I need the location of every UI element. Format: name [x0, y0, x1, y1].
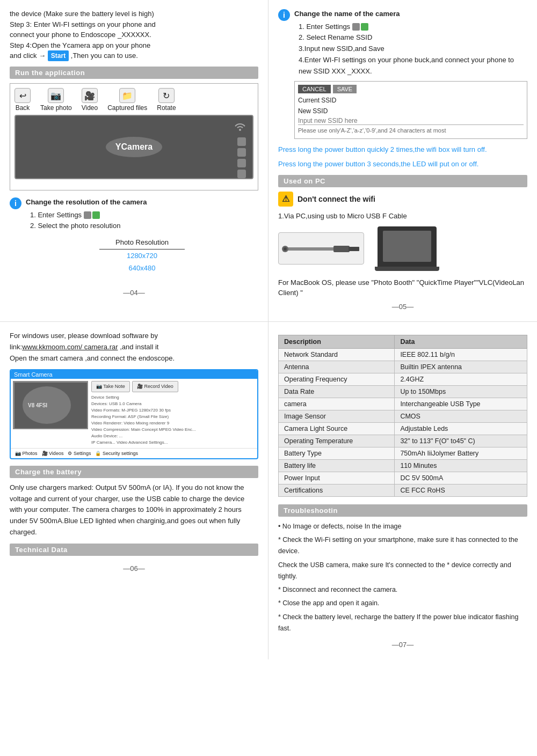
- and-click-text: and click →: [10, 52, 48, 60]
- warning-text: Don't connect the wifi: [297, 195, 375, 203]
- control-btn-1[interactable]: [237, 137, 246, 146]
- resolution-640: 640x480: [99, 262, 185, 275]
- sc-settings-text: Device Setting Devices: USB 1.0 Camera V…: [91, 394, 255, 446]
- windows-line2: link:www.kkmoom.com/ camera.rar ,and ins…: [10, 343, 158, 351]
- download-link[interactable]: www.kkmoom.com/ camera.rar: [22, 343, 118, 351]
- svg-point-4: [284, 247, 287, 251]
- table-cell-data: DC 5V 500mA: [395, 472, 527, 484]
- intro-line4: Step 4:Open the Ycamera app on your phon…: [10, 41, 150, 49]
- settings-sq-green2: [361, 23, 368, 31]
- table-cell-description: Power Input: [279, 472, 395, 484]
- svg-rect-0: [282, 247, 336, 251]
- intro-line6: ,Then you can to use.: [71, 52, 138, 60]
- take-note-btn[interactable]: 📷 Take Note: [91, 381, 130, 392]
- back-icon: ↩: [14, 88, 31, 103]
- ssid-hint: Please use only'A-Z','a-z','0-9',and 24 …: [298, 126, 524, 135]
- new-ssid-input[interactable]: [298, 117, 524, 125]
- table-cell-data: CE FCC RoHS: [395, 484, 527, 496]
- camera-icon: 📷: [48, 88, 64, 103]
- bottom-row: For windows user, please download softwa…: [0, 321, 537, 659]
- name-step1: 1. Enter Settings: [299, 21, 527, 33]
- toolbar-back[interactable]: ↩ Back: [14, 88, 31, 112]
- used-on-pc-header: Used on PC: [278, 175, 527, 187]
- settings-sq-gray: [84, 211, 91, 219]
- take-photo-label: Take photo: [40, 104, 72, 112]
- table-cell-description: camera: [279, 398, 395, 410]
- table-row: AntennaBuiltin IPEX antenna: [279, 361, 527, 373]
- table-row: Battery life110 Minutes: [279, 459, 527, 472]
- change-name-block: i Change the name of the camera 1. Enter…: [278, 9, 527, 139]
- control-btn-2[interactable]: [237, 148, 246, 157]
- back-label: Back: [16, 104, 30, 112]
- usb-step1: 1.Via PC,using usb to Micro USB F Cable: [278, 212, 527, 220]
- intro-line3: connect your phone to Endoscope _XXXXXX.: [10, 31, 151, 39]
- table-cell-description: Data Rate: [279, 385, 395, 398]
- page-05: i Change the name of the camera 1. Enter…: [268, 0, 537, 321]
- toolbar-video[interactable]: 🎥 Video: [82, 88, 98, 112]
- video-label: Video: [82, 104, 98, 112]
- top-row: the device (Make sure the battery level …: [0, 0, 537, 321]
- change-resolution-block: i Change the resolution of the camera 1.…: [10, 197, 258, 279]
- troubleshoot-item: Check the USB camera, make sure It's con…: [278, 560, 527, 583]
- table-cell-description: Antenna: [279, 361, 395, 373]
- page-06: For windows user, please download softwa…: [0, 322, 268, 659]
- resolution-title: Change the resolution of the camera: [26, 197, 258, 208]
- toolbar-take-photo[interactable]: 📷 Take photo: [40, 88, 72, 112]
- ssid-input-row: [298, 117, 524, 125]
- svg-rect-1: [333, 246, 350, 252]
- start-button[interactable]: Start: [48, 50, 69, 61]
- sc-tab-settings[interactable]: ⚙ Settings: [68, 451, 91, 456]
- name-content: Change the name of the camera 1. Enter S…: [294, 9, 527, 139]
- table-cell-data: Up to 150Mbps: [395, 385, 527, 398]
- change-name-title: Change the name of the camera: [294, 9, 527, 19]
- charge-battery-header: Charge the battery: [10, 466, 258, 478]
- page-num-05: —05—: [278, 298, 527, 313]
- record-video-btn[interactable]: 🎥 Record Video: [132, 381, 178, 392]
- sc-body: V8 4FSI 📷 Take Note 🎥 Record Video Devic…: [11, 379, 257, 447]
- cancel-button[interactable]: CANCEL: [298, 85, 331, 93]
- intro-line2: Step 3: Enter WI-FI settings on your pho…: [10, 20, 156, 28]
- settings-icon-2: [352, 23, 368, 31]
- warning-triangle-icon: ⚠: [278, 192, 293, 207]
- control-btn-4[interactable]: [237, 170, 246, 178]
- troubleshoot-header: Troubleshootin: [278, 504, 527, 517]
- troubleshoot-item: * Check the Wi-Fi setting on your smartp…: [278, 534, 527, 557]
- run-app-header: Run the application: [10, 67, 258, 79]
- table-cell-description: Network Standard: [279, 348, 395, 361]
- windows-line3: Open the smart camera ,and connect the e…: [10, 354, 175, 362]
- page-04: the device (Make sure the battery level …: [0, 0, 268, 321]
- resolution-content: Change the resolution of the camera 1. E…: [26, 197, 258, 279]
- table-cell-description: Image Sensor: [279, 410, 395, 422]
- table-header-data: Data: [395, 335, 527, 348]
- technical-data-header: Technical Data: [10, 544, 258, 556]
- svg-rect-8: [14, 383, 87, 428]
- svg-rect-2: [349, 247, 359, 251]
- table-row: Network StandardIEEE 802.11 b/g/n: [279, 348, 527, 361]
- page: the device (Make sure the battery level …: [0, 0, 537, 659]
- save-button[interactable]: SAVE: [333, 85, 357, 93]
- macbook-note: For MacBook OS, please use "Photo Booth"…: [278, 277, 527, 298]
- ycamera-branding: YCamera: [106, 137, 162, 157]
- table-row: cameraInterchangeable USB Type: [279, 398, 527, 410]
- smart-camera-screen: Smart Camera V8 4FSI 📷 Take Note: [10, 369, 258, 459]
- table-cell-data: 750mAh IiiJolymer Battery: [395, 447, 527, 459]
- toolbar-rotate[interactable]: ↻ Rotate: [157, 88, 176, 112]
- troubleshoot-item: * Close the app and open it again.: [278, 598, 527, 609]
- table-cell-data: Builtin IPEX antenna: [395, 361, 527, 373]
- sc-tab-photos[interactable]: 📷 Photos: [15, 451, 38, 456]
- new-ssid-label: New SSID: [298, 106, 346, 116]
- table-row: Image SensorCMOS: [279, 410, 527, 422]
- settings-sq-green: [92, 211, 100, 219]
- tech-table: Description Data Network StandardIEEE 80…: [278, 335, 527, 497]
- sc-tab-security[interactable]: 🔒 Security settings: [95, 451, 138, 456]
- sc-tab-videos[interactable]: 🎥 Videos: [42, 451, 64, 456]
- toolbar-captured-files[interactable]: 📁 Captured files: [107, 88, 147, 112]
- windows-text: For windows user, please download softwa…: [10, 331, 258, 364]
- sc-preview: V8 4FSI: [13, 381, 88, 429]
- table-cell-description: Operating Frequency: [279, 373, 395, 385]
- page-num-07: —07—: [278, 636, 527, 651]
- control-btn-3[interactable]: [237, 159, 246, 167]
- charge-text: Only use chargers marked: Output 5V 500m…: [10, 482, 258, 538]
- usb-cable-area: [278, 226, 527, 271]
- press-note-1: Press long the power button quickly 2 ti…: [278, 144, 527, 155]
